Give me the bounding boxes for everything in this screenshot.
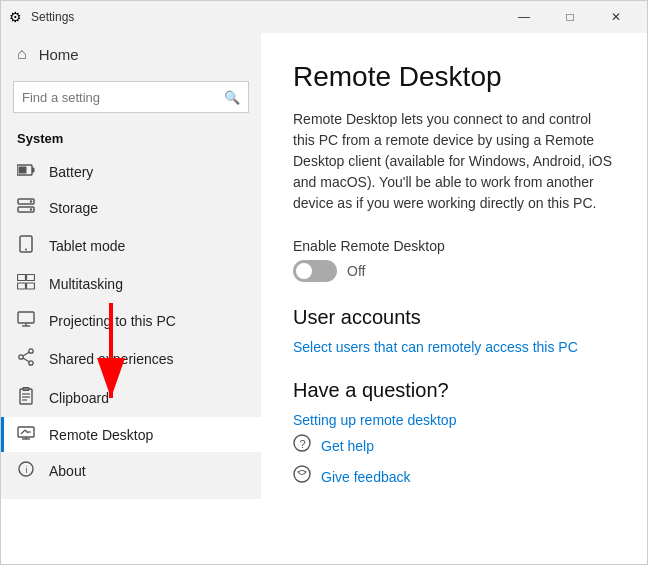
search-input[interactable]: [22, 90, 224, 105]
svg-rect-11: [18, 275, 26, 281]
toggle-row: Off: [293, 260, 615, 282]
settings-icon: ⚙: [9, 9, 25, 25]
projecting-label: Projecting to this PC: [49, 313, 176, 329]
window-controls: — □ ✕: [501, 1, 639, 33]
content-panel: Remote Desktop Remote Desktop lets you c…: [261, 33, 647, 564]
about-icon: i: [17, 461, 35, 480]
svg-text:i: i: [26, 465, 28, 475]
give-feedback-icon: [293, 465, 311, 488]
clipboard-label: Clipboard: [49, 390, 109, 406]
svg-point-20: [19, 355, 23, 359]
svg-point-19: [29, 361, 33, 365]
svg-line-21: [23, 352, 29, 356]
battery-label: Battery: [49, 164, 93, 180]
sidebar-item-battery[interactable]: Battery: [1, 154, 261, 189]
sidebar-item-tablet-mode[interactable]: Tablet mode: [1, 226, 261, 265]
svg-rect-15: [18, 312, 34, 323]
svg-line-31: [21, 430, 25, 434]
svg-point-18: [29, 349, 33, 353]
projecting-icon: [17, 311, 35, 330]
sidebar-item-shared-exp[interactable]: Shared experiences: [1, 339, 261, 378]
toggle-thumb: [296, 263, 312, 279]
svg-rect-4: [19, 167, 27, 174]
sidebar-item-projecting[interactable]: Projecting to this PC: [1, 302, 261, 339]
clipboard-icon: [17, 387, 35, 408]
get-help-item[interactable]: ? Get help: [293, 434, 615, 457]
svg-point-10: [25, 249, 27, 251]
question-heading: Have a question?: [293, 379, 615, 402]
svg-rect-12: [27, 275, 35, 281]
svg-text:?: ?: [300, 438, 306, 450]
svg-rect-14: [27, 283, 35, 289]
content-description: Remote Desktop lets you connect to and c…: [293, 109, 615, 214]
give-feedback-item[interactable]: Give feedback: [293, 465, 615, 488]
shared-icon: [17, 348, 35, 369]
window-title: Settings: [31, 10, 501, 24]
user-accounts-link[interactable]: Select users that can remotely access th…: [293, 339, 615, 355]
about-label: About: [49, 463, 86, 479]
toggle-label: Enable Remote Desktop: [293, 238, 615, 254]
tablet-icon: [17, 235, 35, 256]
svg-rect-3: [32, 168, 35, 173]
titlebar: ⚙ Settings — □ ✕: [1, 1, 647, 33]
maximize-button[interactable]: □: [547, 1, 593, 33]
user-accounts-heading: User accounts: [293, 306, 615, 329]
sidebar-item-remote-desktop[interactable]: Remote Desktop: [1, 417, 261, 452]
sidebar-item-home[interactable]: ⌂ Home: [1, 33, 261, 75]
storage-icon: [17, 198, 35, 217]
toggle-track: [293, 260, 337, 282]
sidebar: ⌂ Home 🔍 System Battery: [1, 33, 261, 499]
multitasking-icon: [17, 274, 35, 293]
sidebar-item-multitasking[interactable]: Multitasking: [1, 265, 261, 302]
shared-exp-label: Shared experiences: [49, 351, 174, 367]
search-box[interactable]: 🔍: [13, 81, 249, 113]
storage-label: Storage: [49, 200, 98, 216]
remote-desktop-icon: [17, 426, 35, 443]
get-help-icon: ?: [293, 434, 311, 457]
sidebar-wrapper: ⌂ Home 🔍 System Battery: [1, 33, 261, 564]
sidebar-item-clipboard[interactable]: Clipboard: [1, 378, 261, 417]
sidebar-section-title: System: [1, 127, 261, 154]
close-button[interactable]: ✕: [593, 1, 639, 33]
enable-remote-desktop-toggle[interactable]: [293, 260, 337, 282]
sidebar-item-storage[interactable]: Storage: [1, 189, 261, 226]
get-help-label: Get help: [321, 438, 374, 454]
page-title: Remote Desktop: [293, 61, 615, 93]
app-body: ⌂ Home 🔍 System Battery: [1, 33, 647, 564]
tablet-mode-label: Tablet mode: [49, 238, 125, 254]
svg-point-8: [30, 208, 32, 210]
question-link[interactable]: Setting up remote desktop: [293, 412, 615, 428]
toggle-state-label: Off: [347, 263, 365, 279]
svg-rect-28: [18, 427, 34, 437]
svg-point-7: [30, 200, 32, 202]
battery-icon: [17, 163, 35, 180]
search-icon: 🔍: [224, 90, 240, 105]
home-label: Home: [39, 46, 79, 63]
remote-desktop-label: Remote Desktop: [49, 427, 153, 443]
minimize-button[interactable]: —: [501, 1, 547, 33]
give-feedback-label: Give feedback: [321, 469, 411, 485]
multitasking-label: Multitasking: [49, 276, 123, 292]
svg-line-22: [23, 358, 29, 362]
sidebar-item-about[interactable]: i About: [1, 452, 261, 489]
home-icon: ⌂: [17, 45, 27, 63]
svg-rect-13: [18, 283, 26, 289]
settings-window: ⚙ Settings — □ ✕ ⌂: [0, 0, 648, 565]
